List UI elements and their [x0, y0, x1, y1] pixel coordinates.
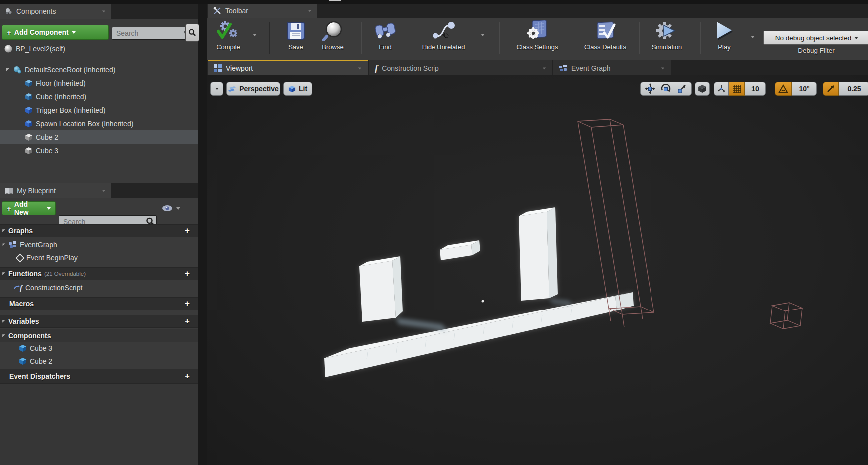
rotate-icon[interactable]	[660, 83, 671, 94]
tree-row-cube-2[interactable]: Cube 2	[0, 130, 198, 144]
scale-snap-toggle[interactable]	[823, 82, 839, 96]
find-icon	[374, 20, 397, 41]
tree-row-spawn-location-box[interactable]: Spawn Location Box (Inherited)	[0, 117, 198, 130]
class-settings-button[interactable]: Class Settings	[510, 20, 565, 51]
viewport-3d[interactable]: Perspective Lit	[207, 75, 868, 465]
functions-section-header[interactable]: Functions (21 Overridable) +	[0, 267, 198, 280]
perspective-button[interactable]: Perspective	[226, 82, 280, 96]
root-item-label: BP_Level2(self)	[16, 45, 65, 53]
browse-button[interactable]: Browse	[313, 20, 353, 51]
debug-object-dropdown[interactable]: No debug object selected	[763, 31, 868, 45]
hide-unrelated-button[interactable]: Hide Unrelated	[414, 20, 473, 51]
tab-my-blueprint-label: My Blueprint	[17, 187, 56, 195]
scale-icon[interactable]	[676, 83, 687, 94]
tab-toolbar-label: Toolbar	[225, 7, 248, 15]
event-begin-play-row[interactable]: Event BeginPlay	[0, 251, 198, 264]
visibility-filter-button[interactable]	[161, 202, 180, 214]
components-section-header[interactable]: Components	[0, 329, 198, 342]
collapse-icon[interactable]	[2, 229, 5, 232]
cube-floating-mesh[interactable]	[440, 240, 480, 260]
my-blueprint-tab-row: My Blueprint	[0, 183, 198, 198]
add-graph-button[interactable]: +	[185, 226, 190, 235]
tree-row-scene-root[interactable]: DefaultSceneRoot (Inherited)	[0, 63, 198, 76]
tab-options-icon[interactable]	[102, 10, 105, 12]
mb-cube-2-row[interactable]: Cube 2	[0, 355, 198, 368]
components-tab-row: Components	[0, 4, 198, 19]
scale-snap-icon	[826, 84, 835, 93]
event-dispatchers-section-header[interactable]: Event Dispatchers +	[0, 369, 198, 384]
tree-row-cube[interactable]: Cube (Inherited)	[0, 90, 198, 103]
tab-options-icon[interactable]	[102, 190, 105, 192]
add-variable-button[interactable]: +	[185, 317, 190, 325]
tree-row-cube-3[interactable]: Cube 3	[0, 144, 198, 157]
coord-system-button[interactable]	[695, 82, 710, 96]
variables-section-header[interactable]: Variables +	[0, 315, 198, 328]
collapse-icon[interactable]	[3, 244, 5, 246]
components-icon	[5, 7, 13, 15]
grid-snap-value[interactable]: 10	[745, 82, 766, 96]
tab-event-graph[interactable]: Event Graph	[553, 60, 671, 75]
rotation-snap-value[interactable]: 10°	[792, 82, 817, 96]
collapse-icon[interactable]	[2, 320, 5, 323]
add-component-button[interactable]: + Add Component	[2, 25, 109, 40]
tab-toolbar[interactable]: Toolbar	[208, 4, 317, 18]
play-options-icon[interactable]	[751, 36, 755, 38]
surface-snap-button[interactable]	[714, 82, 729, 96]
compile-icon	[216, 20, 241, 41]
tab-options-icon[interactable]	[543, 67, 546, 69]
cube-tall-mesh[interactable]	[519, 207, 558, 301]
play-button[interactable]: Play	[707, 20, 742, 51]
perspective-icon	[228, 86, 236, 92]
tab-options-icon[interactable]	[308, 10, 311, 12]
viewport-options-button[interactable]	[210, 82, 223, 96]
tab-options-icon[interactable]	[358, 67, 361, 69]
panel-edge-search-button[interactable]	[185, 24, 199, 42]
hide-unrelated-options-icon[interactable]	[481, 34, 485, 36]
find-label: Find	[379, 43, 391, 51]
components-search-input[interactable]	[112, 27, 195, 40]
add-macro-button[interactable]: +	[185, 299, 190, 308]
collapse-icon[interactable]	[2, 272, 5, 275]
tab-construction-script[interactable]: f Construction Scrip	[369, 60, 552, 75]
tab-my-blueprint[interactable]: My Blueprint	[0, 183, 111, 198]
mb-cube-3-row[interactable]: Cube 3	[0, 342, 198, 355]
cube-small-mesh[interactable]	[359, 256, 403, 322]
event-graph-row[interactable]: EventGraph	[0, 238, 198, 251]
add-function-button[interactable]: +	[185, 269, 190, 278]
small-wireframe-cube[interactable]	[770, 303, 802, 329]
viewport-scene[interactable]	[207, 75, 868, 465]
lit-mode-button[interactable]: Lit	[283, 82, 312, 96]
chevron-down-icon	[72, 31, 76, 34]
tree-row-trigger-box[interactable]: Trigger Box (Inherited)	[0, 103, 198, 117]
class-defaults-button[interactable]: Class Defaults	[578, 20, 633, 51]
move-icon[interactable]	[645, 83, 655, 94]
chevron-down-icon	[47, 207, 51, 210]
grid-snap-toggle[interactable]	[729, 82, 745, 96]
lit-label: Lit	[299, 85, 307, 93]
add-new-label: Add New	[14, 200, 44, 216]
components-search	[112, 27, 195, 40]
add-event-dispatcher-button[interactable]: +	[185, 372, 190, 380]
tab-components[interactable]: Components	[0, 4, 111, 19]
macros-section-header[interactable]: Macros +	[0, 297, 198, 310]
panel-splitter[interactable]	[198, 4, 207, 465]
add-new-button[interactable]: + Add New	[2, 201, 56, 215]
save-button[interactable]: Save	[278, 20, 313, 51]
main-area: Toolbar Compile	[207, 4, 868, 465]
scale-snap-value[interactable]: 0.25	[839, 82, 868, 96]
tab-construction-label: Construction Scrip	[382, 64, 438, 72]
construction-script-row[interactable]: f ConstructionScript	[0, 281, 198, 294]
compile-options-icon[interactable]	[253, 34, 257, 36]
collapse-icon[interactable]	[2, 334, 5, 337]
tab-viewport[interactable]: Viewport	[208, 60, 368, 75]
tab-options-icon[interactable]	[661, 67, 664, 69]
simulation-button[interactable]: Simulation	[642, 20, 692, 51]
tree-row-root[interactable]: BP_Level2(self)	[0, 42, 198, 56]
expander-icon[interactable]	[6, 68, 9, 71]
compile-button[interactable]: Compile	[207, 20, 250, 51]
find-button[interactable]: Find	[368, 20, 403, 51]
graphs-section-header[interactable]: Graphs +	[0, 224, 198, 237]
rotation-snap-toggle[interactable]	[775, 82, 792, 96]
window-top-strip	[0, 0, 868, 4]
tree-row-floor[interactable]: Floor (Inherited)	[0, 76, 198, 90]
